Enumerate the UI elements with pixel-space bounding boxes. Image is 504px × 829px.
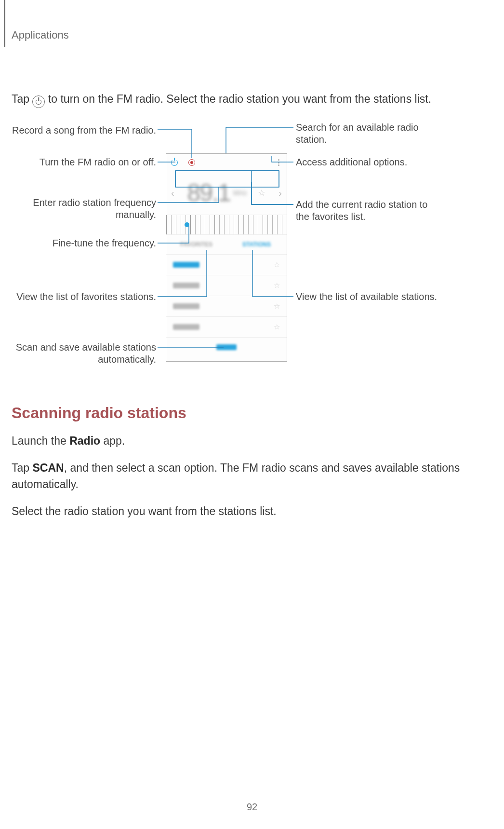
scan-button: [166, 337, 287, 357]
power-button-icon: [170, 158, 179, 167]
star-icon: ☆: [274, 281, 280, 290]
page-number: 92: [0, 802, 504, 813]
list-item: ☆: [166, 316, 287, 337]
phone-mockup: ‹ 89.1MHz ☆ › FAVORITES STATIONS ☆ ☆ ☆ ☆: [166, 153, 287, 362]
list-item: ☆: [166, 254, 287, 275]
text: Tap: [12, 462, 32, 474]
star-icon: ☆: [274, 323, 280, 331]
page-header: Applications: [0, 0, 504, 41]
side-rule: [4, 0, 5, 47]
section-heading: Scanning radio stations: [12, 404, 492, 422]
chevron-left-icon: ‹: [169, 188, 176, 199]
callout-scan: Scan and save available stations automat…: [12, 341, 156, 366]
tab-favorites: FAVORITES: [166, 241, 226, 248]
frequency-display: ‹ 89.1MHz ☆ ›: [166, 171, 287, 215]
callout-record: Record a song from the FM radio.: [12, 124, 156, 136]
tab-stations: STATIONS: [226, 241, 287, 248]
phone-toolbar: [166, 154, 287, 171]
callout-more: Access additional options.: [296, 156, 440, 168]
favorite-star-icon: ☆: [258, 188, 265, 198]
section-p1: Launch the Radio app.: [12, 433, 492, 449]
text: , and then select a scan option. The FM …: [12, 462, 460, 490]
chevron-right-icon: ›: [277, 188, 284, 199]
annotated-screenshot-diagram: Record a song from the FM radio. Turn th…: [12, 120, 492, 370]
station-list: ☆ ☆ ☆ ☆: [166, 254, 287, 337]
more-icon: [274, 158, 283, 167]
callout-manual: Enter radio station frequency manually.: [12, 197, 156, 221]
intro-pre: Tap: [12, 93, 32, 105]
power-icon: [32, 95, 45, 108]
star-icon: ☆: [274, 260, 280, 269]
star-icon: ☆: [274, 302, 280, 311]
callout-favlist: View the list of favorites stations.: [12, 291, 156, 303]
section-p2: Tap SCAN, and then select a scan option.…: [12, 460, 492, 492]
callout-power: Turn the FM radio on or off.: [12, 156, 156, 168]
tabs: FAVORITES STATIONS: [166, 235, 287, 254]
callout-finetune: Fine-tune the frequency.: [12, 237, 156, 249]
list-item: ☆: [166, 296, 287, 316]
intro-paragraph: Tap to turn on the FM radio. Select the …: [12, 91, 492, 108]
tuning-dial: [166, 215, 287, 235]
callout-addfav: Add the current radio station to the fav…: [296, 199, 440, 223]
callout-search: Search for an available radio station.: [296, 122, 440, 146]
list-item: ☆: [166, 275, 287, 296]
text: Launch the: [12, 435, 69, 447]
app-name: Radio: [69, 435, 100, 447]
tuning-dot-icon: [185, 222, 189, 227]
intro-post: to turn on the FM radio. Select the radi…: [48, 93, 431, 105]
section-p3: Select the radio station you want from t…: [12, 503, 492, 519]
callout-available: View the list of available stations.: [296, 291, 440, 303]
scan-label: SCAN: [32, 462, 64, 474]
record-icon: [187, 158, 196, 167]
frequency-value: 89.1MHz: [187, 179, 247, 207]
text: app.: [100, 435, 125, 447]
